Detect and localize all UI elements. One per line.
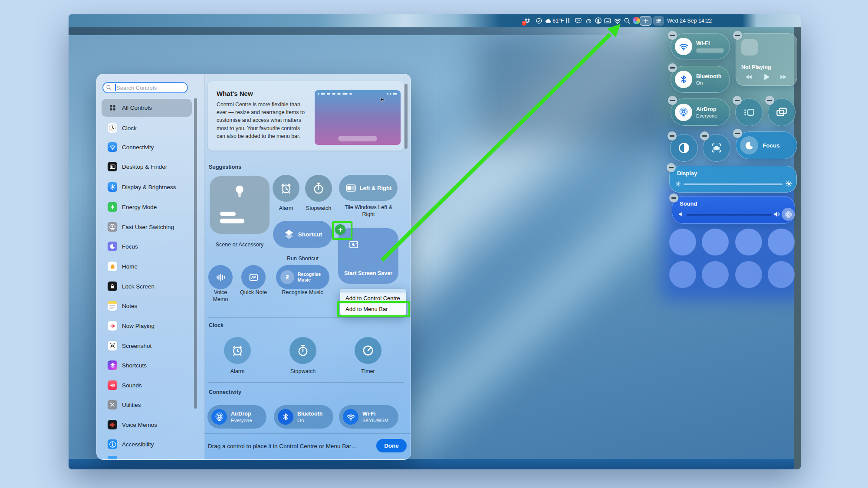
sidebar-item-all-controls[interactable]: All Controls <box>102 99 192 117</box>
empty-slot[interactable] <box>702 229 729 255</box>
cc-now-playing-tile[interactable]: Not Playing <box>736 33 797 86</box>
user-switch-icon[interactable] <box>595 17 602 24</box>
accessibility-icon <box>108 439 117 449</box>
sidebar-item-utilities[interactable]: Utilities <box>102 396 192 413</box>
play-icon[interactable] <box>761 72 771 82</box>
input-source-icon[interactable] <box>604 17 612 25</box>
tile-scene-or-accessory[interactable] <box>210 176 270 234</box>
sidebar-item-screenshot[interactable]: Screenshot <box>102 337 192 354</box>
dropbox-icon[interactable]: 1 <box>524 17 531 24</box>
tile-stopwatch-suggested[interactable] <box>305 175 332 202</box>
tile-run-shortcut[interactable]: Shortcut <box>273 221 332 248</box>
done-button[interactable]: Done <box>376 439 407 452</box>
main-scrollbar[interactable] <box>404 84 408 149</box>
cc-focus-label: Focus <box>763 142 780 149</box>
tile-airdrop[interactable]: AirDrop Everyone <box>207 405 266 429</box>
sidebar-item-notes[interactable]: Notes <box>102 297 192 314</box>
remove-badge[interactable] <box>733 31 742 40</box>
tile-clock-stopwatch[interactable] <box>289 337 316 364</box>
tile-label: Quick Note <box>236 289 271 296</box>
menu-bar-add-drop-target[interactable] <box>640 16 651 26</box>
cc-airdrop-tile[interactable]: AirDrop Everyone <box>671 98 730 126</box>
tile-voice-memo[interactable] <box>208 265 233 289</box>
display-brightness-icon <box>108 182 117 192</box>
display-brightness-slider[interactable] <box>684 183 783 185</box>
remove-badge[interactable] <box>667 163 676 172</box>
scene-bar <box>220 219 244 223</box>
sound-waves-icon[interactable] <box>565 17 572 24</box>
sound-output-button[interactable] <box>782 208 795 221</box>
sidebar-item-accessibility[interactable]: Accessibility <box>102 436 192 453</box>
sidebar-item-lock-screen[interactable]: Lock Screen <box>102 278 192 295</box>
sidebar-item-energy-mode[interactable]: Energy Mode <box>102 198 192 216</box>
moon-icon <box>740 136 758 154</box>
empty-slot[interactable] <box>735 229 762 255</box>
sidebar-item-sounds[interactable]: Sounds <box>102 377 192 394</box>
empty-slot[interactable] <box>768 229 795 255</box>
sidebar-item-fast-user-switching[interactable]: Fast User Switching <box>102 218 192 236</box>
speech-bubble-icon[interactable] <box>575 17 582 24</box>
remove-badge[interactable] <box>733 129 742 138</box>
sidebar-item-focus[interactable]: Focus <box>102 238 192 255</box>
connectivity-icon <box>108 142 117 152</box>
remove-badge[interactable] <box>700 131 709 141</box>
cc-bluetooth-tile[interactable]: Bluetooth On <box>671 66 730 93</box>
wifi-icon <box>343 409 358 425</box>
tile-alarm-suggested[interactable] <box>273 175 299 202</box>
sidebar-item-voice-memos[interactable]: Voice Memos <box>102 416 192 433</box>
dropbox-badge: 1 <box>522 21 526 26</box>
cc-wifi-tile[interactable]: Wi-Fi <box>671 33 730 59</box>
sound-volume-slider[interactable] <box>687 214 772 216</box>
empty-slot[interactable] <box>669 229 696 255</box>
checkmark-circle-icon[interactable] <box>536 17 542 24</box>
sidebar-item-home[interactable]: Home <box>102 258 192 275</box>
sidebar-item-connectivity[interactable]: Connectivity <box>102 138 192 156</box>
remove-badge[interactable] <box>733 96 742 105</box>
screenshot-icon <box>108 341 117 350</box>
remove-badge[interactable] <box>667 131 677 141</box>
empty-slot[interactable] <box>768 261 795 288</box>
wifi-icon <box>675 38 692 55</box>
menu-bar-clock[interactable]: Wed 24 Sep 14:22 <box>667 18 712 24</box>
weather-cloud-icon[interactable] <box>545 17 552 25</box>
sidebar-item-desktop-finder[interactable]: Desktop & Finder <box>102 158 192 175</box>
remove-badge[interactable] <box>765 96 774 105</box>
shortcuts-glyph-icon <box>283 229 295 240</box>
remove-badge[interactable] <box>669 193 678 203</box>
empty-slot[interactable] <box>702 261 729 288</box>
sidebar-item-clock[interactable]: Clock <box>102 119 192 137</box>
tile-clock-alarm[interactable] <box>224 337 251 364</box>
tile-wifi[interactable]: Wi-Fi SKYIUWSM <box>339 405 398 429</box>
sidebar-partial-item <box>108 456 117 459</box>
cc-sound-tile[interactable]: Sound <box>672 196 795 224</box>
tile-label: Recognise Music <box>272 289 333 296</box>
control-centre-icon[interactable] <box>653 16 664 26</box>
spotlight-search-icon[interactable] <box>624 17 631 24</box>
sidebar: All Controls Clock Connectivity Desktop … <box>97 74 205 459</box>
hearing-icon[interactable] <box>585 17 592 24</box>
wallpaper-bottom-band <box>69 459 801 469</box>
fast-forward-icon[interactable] <box>779 73 788 81</box>
screen-saver-icon <box>348 239 360 250</box>
remove-badge[interactable] <box>668 31 677 40</box>
sidebar-item-shortcuts[interactable]: Shortcuts <box>102 357 192 374</box>
airdrop-icon <box>211 409 227 425</box>
wifi-menu-icon[interactable] <box>614 17 621 25</box>
tile-recognise-music[interactable]: Recognise Music <box>276 265 329 289</box>
empty-slot[interactable] <box>669 261 696 288</box>
sidebar-item-display-brightness[interactable]: Display & Brightness <box>102 178 192 196</box>
sidebar-item-now-playing[interactable]: Now Playing <box>102 317 192 334</box>
weather-temperature[interactable]: 61°F <box>552 18 564 24</box>
rewind-icon[interactable] <box>744 73 753 81</box>
empty-slot[interactable] <box>735 261 762 288</box>
color-orb-icon[interactable] <box>633 17 640 24</box>
tile-bluetooth[interactable]: Bluetooth On <box>274 405 333 429</box>
remove-badge[interactable] <box>668 63 677 72</box>
tile-tile-windows[interactable]: Left & Right <box>339 175 398 201</box>
cc-focus-tile[interactable]: Focus <box>736 131 797 159</box>
sidebar-scrollbar[interactable] <box>194 98 197 409</box>
tile-quick-note[interactable] <box>241 265 266 289</box>
remove-badge[interactable] <box>668 96 677 105</box>
tile-clock-timer[interactable] <box>355 337 381 364</box>
cc-display-tile[interactable]: Display <box>669 166 797 193</box>
